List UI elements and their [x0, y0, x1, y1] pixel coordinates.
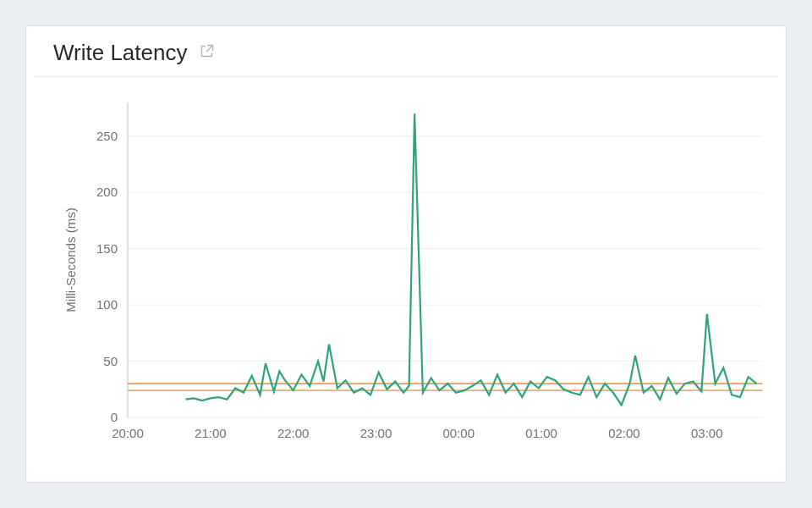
- y-tick-label: 100: [96, 297, 118, 312]
- y-tick-label: 0: [111, 410, 118, 424]
- x-tick-label: 22:00: [277, 426, 310, 440]
- y-tick-label: 250: [96, 129, 118, 143]
- x-tick-label: 21:00: [195, 426, 227, 440]
- y-tick-label: 150: [96, 241, 118, 256]
- y-tick-label: 50: [103, 354, 118, 368]
- open-external-icon[interactable]: [200, 43, 215, 58]
- y-axis-title: Milli-Seconds (ms): [63, 207, 78, 312]
- x-tick-label: 20:00: [112, 426, 144, 440]
- x-tick-label: 01:00: [525, 426, 557, 440]
- x-tick-label: 23:00: [360, 426, 392, 440]
- chart-area: 05010015020025020:0021:0022:0023:0000:00…: [43, 86, 771, 458]
- panel-header: Write Latency: [35, 26, 777, 77]
- panel-title: Write Latency: [53, 40, 187, 66]
- y-tick-label: 200: [96, 185, 118, 199]
- x-tick-label: 02:00: [608, 426, 640, 440]
- line-chart: 05010015020025020:0021:0022:0023:0000:00…: [43, 86, 771, 458]
- x-tick-label: 00:00: [443, 426, 475, 440]
- chart-panel: Write Latency 05010015020025020:0021:002…: [25, 25, 787, 483]
- x-tick-label: 03:00: [691, 426, 723, 440]
